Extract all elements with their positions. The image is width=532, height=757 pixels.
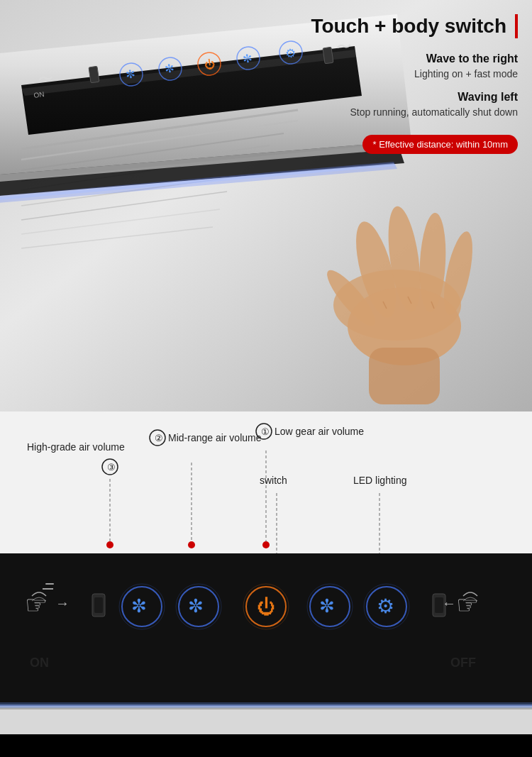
wave-left-label: Waving left [311,91,518,104]
wave-left-desc: Stop running, automatically shut down [311,106,518,118]
effective-distance-badge: * Effective distance: within 10mm [362,135,518,154]
svg-point-47 [188,541,195,548]
svg-rect-19 [89,66,99,82]
svg-text:②: ② [155,433,163,443]
svg-text:⚙: ⚙ [284,46,297,61]
svg-text:〜: 〜 [37,69,55,89]
main-title: Touch + body switch [311,14,518,38]
svg-text:①: ① [261,426,270,437]
svg-point-49 [262,541,270,548]
svg-rect-98 [0,704,532,707]
svg-text:High-grade air volume: High-grade air volume [27,441,125,453]
top-section: 〜 ON ✼ ✼ ⏻ ✼ ⚙ 〜 [0,0,532,411]
svg-text:switch: switch [260,475,287,486]
svg-text:⚙: ⚙ [377,595,394,617]
svg-text:→: → [55,595,70,611]
svg-rect-71 [94,597,103,613]
text-overlay: Touch + body switch Wave to the right Li… [311,14,518,154]
svg-text:✼: ✼ [188,595,204,617]
svg-text:ON: ON [30,656,49,670]
bottom-section: High-grade air volume ③ ② Mid-range air … [0,411,532,757]
svg-text:←: ← [442,595,456,611]
svg-text:✼: ✼ [319,595,335,617]
svg-text:⏻: ⏻ [204,57,216,71]
svg-text:✼: ✼ [131,595,147,617]
svg-text:③: ③ [107,462,116,473]
svg-rect-39 [369,348,440,404]
svg-rect-96 [0,734,532,757]
wave-right-desc: Lighting on + fast mode [311,68,518,79]
wave-right-label: Wave to the right [311,53,518,65]
svg-text:✼: ✼ [164,62,174,75]
svg-text:✼: ✼ [242,52,253,65]
svg-point-45 [106,541,113,548]
svg-text:✼: ✼ [125,67,135,81]
svg-text:OFF: OFF [450,656,476,670]
svg-text:Mid-range air volume: Mid-range air volume [168,432,262,443]
svg-text:⏻: ⏻ [257,596,275,617]
svg-text:ON: ON [33,90,45,99]
svg-text:LED lighting: LED lighting [353,475,407,486]
svg-text:Low gear air volume: Low gear air volume [275,426,364,437]
